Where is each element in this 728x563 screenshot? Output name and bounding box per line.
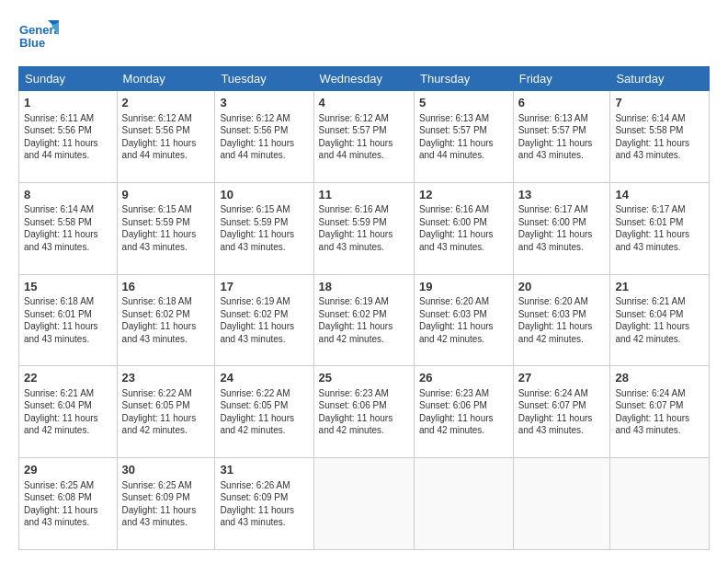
calendar-week-row: 1Sunrise: 6:11 AM Sunset: 5:56 PM Daylig… (19, 91, 710, 183)
day-number: 3 (220, 95, 308, 111)
calendar-table: SundayMondayTuesdayWednesdayThursdayFrid… (18, 66, 710, 550)
calendar-cell: 12Sunrise: 6:16 AM Sunset: 6:00 PM Dayli… (414, 182, 513, 274)
day-info: Sunrise: 6:14 AM Sunset: 5:58 PM Dayligh… (615, 112, 704, 162)
weekday-header-saturday: Saturday (610, 67, 710, 91)
calendar-week-row: 29Sunrise: 6:25 AM Sunset: 6:08 PM Dayli… (19, 458, 710, 550)
day-info: Sunrise: 6:17 AM Sunset: 6:01 PM Dayligh… (615, 203, 704, 253)
day-number: 17 (220, 279, 308, 295)
calendar-cell: 30Sunrise: 6:25 AM Sunset: 6:09 PM Dayli… (117, 458, 215, 550)
day-number: 1 (24, 95, 112, 111)
day-info: Sunrise: 6:22 AM Sunset: 6:05 PM Dayligh… (220, 387, 308, 437)
day-info: Sunrise: 6:11 AM Sunset: 5:56 PM Dayligh… (24, 112, 112, 162)
page: GeneralBlue SundayMondayTuesdayWednesday… (0, 0, 728, 563)
day-info: Sunrise: 6:20 AM Sunset: 6:03 PM Dayligh… (419, 295, 508, 345)
day-number: 9 (122, 187, 210, 203)
calendar-cell: 31Sunrise: 6:26 AM Sunset: 6:09 PM Dayli… (215, 458, 313, 550)
day-number: 13 (518, 187, 606, 203)
day-info: Sunrise: 6:16 AM Sunset: 5:59 PM Dayligh… (319, 203, 409, 253)
day-number: 20 (518, 279, 606, 295)
day-number: 18 (319, 279, 409, 295)
calendar-cell: 29Sunrise: 6:25 AM Sunset: 6:08 PM Dayli… (19, 458, 118, 550)
calendar-cell: 8Sunrise: 6:14 AM Sunset: 5:58 PM Daylig… (19, 182, 118, 274)
weekday-header-friday: Friday (513, 67, 610, 91)
day-number: 12 (419, 187, 508, 203)
calendar-cell: 25Sunrise: 6:23 AM Sunset: 6:06 PM Dayli… (313, 366, 414, 458)
day-number: 10 (220, 187, 308, 203)
day-info: Sunrise: 6:21 AM Sunset: 6:04 PM Dayligh… (24, 387, 112, 437)
day-number: 16 (122, 279, 210, 295)
calendar-cell (414, 458, 513, 550)
day-number: 31 (220, 462, 308, 478)
calendar-cell: 15Sunrise: 6:18 AM Sunset: 6:01 PM Dayli… (19, 274, 118, 366)
day-number: 2 (122, 95, 210, 111)
day-info: Sunrise: 6:25 AM Sunset: 6:08 PM Dayligh… (24, 479, 112, 529)
day-info: Sunrise: 6:16 AM Sunset: 6:00 PM Dayligh… (419, 203, 508, 253)
day-number: 6 (518, 95, 606, 111)
calendar-cell: 3Sunrise: 6:12 AM Sunset: 5:56 PM Daylig… (215, 91, 313, 183)
day-number: 23 (122, 370, 210, 386)
calendar-cell: 23Sunrise: 6:22 AM Sunset: 6:05 PM Dayli… (117, 366, 215, 458)
day-info: Sunrise: 6:12 AM Sunset: 5:56 PM Dayligh… (220, 112, 308, 162)
day-info: Sunrise: 6:19 AM Sunset: 6:02 PM Dayligh… (220, 295, 308, 345)
day-info: Sunrise: 6:24 AM Sunset: 6:07 PM Dayligh… (615, 387, 704, 437)
calendar-cell: 17Sunrise: 6:19 AM Sunset: 6:02 PM Dayli… (215, 274, 313, 366)
day-info: Sunrise: 6:18 AM Sunset: 6:02 PM Dayligh… (122, 295, 210, 345)
day-number: 30 (122, 462, 210, 478)
day-number: 7 (615, 95, 704, 111)
day-info: Sunrise: 6:15 AM Sunset: 5:59 PM Dayligh… (220, 203, 308, 253)
logo-svg: GeneralBlue (18, 17, 59, 57)
day-info: Sunrise: 6:23 AM Sunset: 6:06 PM Dayligh… (419, 387, 508, 437)
day-number: 15 (24, 279, 112, 295)
day-number: 25 (319, 370, 409, 386)
calendar-cell: 19Sunrise: 6:20 AM Sunset: 6:03 PM Dayli… (414, 274, 513, 366)
weekday-header-tuesday: Tuesday (215, 67, 313, 91)
calendar-cell: 4Sunrise: 6:12 AM Sunset: 5:57 PM Daylig… (313, 91, 414, 183)
calendar-week-row: 8Sunrise: 6:14 AM Sunset: 5:58 PM Daylig… (19, 182, 710, 274)
calendar-cell (513, 458, 610, 550)
day-info: Sunrise: 6:19 AM Sunset: 6:02 PM Dayligh… (319, 295, 409, 345)
calendar-cell: 21Sunrise: 6:21 AM Sunset: 6:04 PM Dayli… (610, 274, 710, 366)
day-number: 24 (220, 370, 308, 386)
day-info: Sunrise: 6:21 AM Sunset: 6:04 PM Dayligh… (615, 295, 704, 345)
calendar-cell: 18Sunrise: 6:19 AM Sunset: 6:02 PM Dayli… (313, 274, 414, 366)
day-info: Sunrise: 6:24 AM Sunset: 6:07 PM Dayligh… (518, 387, 606, 437)
day-number: 5 (419, 95, 508, 111)
day-info: Sunrise: 6:23 AM Sunset: 6:06 PM Dayligh… (319, 387, 409, 437)
day-info: Sunrise: 6:22 AM Sunset: 6:05 PM Dayligh… (122, 387, 210, 437)
calendar-header-row: SundayMondayTuesdayWednesdayThursdayFrid… (19, 67, 710, 91)
calendar-cell: 14Sunrise: 6:17 AM Sunset: 6:01 PM Dayli… (610, 182, 710, 274)
calendar-week-row: 15Sunrise: 6:18 AM Sunset: 6:01 PM Dayli… (19, 274, 710, 366)
day-info: Sunrise: 6:14 AM Sunset: 5:58 PM Dayligh… (24, 203, 112, 253)
day-number: 27 (518, 370, 606, 386)
day-info: Sunrise: 6:25 AM Sunset: 6:09 PM Dayligh… (122, 479, 210, 529)
day-info: Sunrise: 6:15 AM Sunset: 5:59 PM Dayligh… (122, 203, 210, 253)
day-number: 14 (615, 187, 704, 203)
calendar-cell: 13Sunrise: 6:17 AM Sunset: 6:00 PM Dayli… (513, 182, 610, 274)
day-info: Sunrise: 6:13 AM Sunset: 5:57 PM Dayligh… (419, 112, 508, 162)
calendar-cell: 10Sunrise: 6:15 AM Sunset: 5:59 PM Dayli… (215, 182, 313, 274)
day-number: 8 (24, 187, 112, 203)
day-info: Sunrise: 6:17 AM Sunset: 6:00 PM Dayligh… (518, 203, 606, 253)
header: GeneralBlue (18, 17, 710, 57)
weekday-header-thursday: Thursday (414, 67, 513, 91)
day-info: Sunrise: 6:20 AM Sunset: 6:03 PM Dayligh… (518, 295, 606, 345)
day-number: 4 (319, 95, 409, 111)
calendar-cell: 2Sunrise: 6:12 AM Sunset: 5:56 PM Daylig… (117, 91, 215, 183)
calendar-cell: 5Sunrise: 6:13 AM Sunset: 5:57 PM Daylig… (414, 91, 513, 183)
calendar-cell: 24Sunrise: 6:22 AM Sunset: 6:05 PM Dayli… (215, 366, 313, 458)
day-number: 21 (615, 279, 704, 295)
calendar-cell: 22Sunrise: 6:21 AM Sunset: 6:04 PM Dayli… (19, 366, 118, 458)
calendar-cell: 1Sunrise: 6:11 AM Sunset: 5:56 PM Daylig… (19, 91, 118, 183)
calendar-cell: 9Sunrise: 6:15 AM Sunset: 5:59 PM Daylig… (117, 182, 215, 274)
logo: GeneralBlue (18, 17, 59, 57)
day-number: 22 (24, 370, 112, 386)
calendar-cell (610, 458, 710, 550)
weekday-header-monday: Monday (117, 67, 215, 91)
calendar-cell: 7Sunrise: 6:14 AM Sunset: 5:58 PM Daylig… (610, 91, 710, 183)
calendar-cell: 26Sunrise: 6:23 AM Sunset: 6:06 PM Dayli… (414, 366, 513, 458)
day-info: Sunrise: 6:12 AM Sunset: 5:56 PM Dayligh… (122, 112, 210, 162)
calendar-week-row: 22Sunrise: 6:21 AM Sunset: 6:04 PM Dayli… (19, 366, 710, 458)
svg-text:Blue: Blue (19, 36, 45, 50)
calendar-cell (313, 458, 414, 550)
calendar-cell: 16Sunrise: 6:18 AM Sunset: 6:02 PM Dayli… (117, 274, 215, 366)
